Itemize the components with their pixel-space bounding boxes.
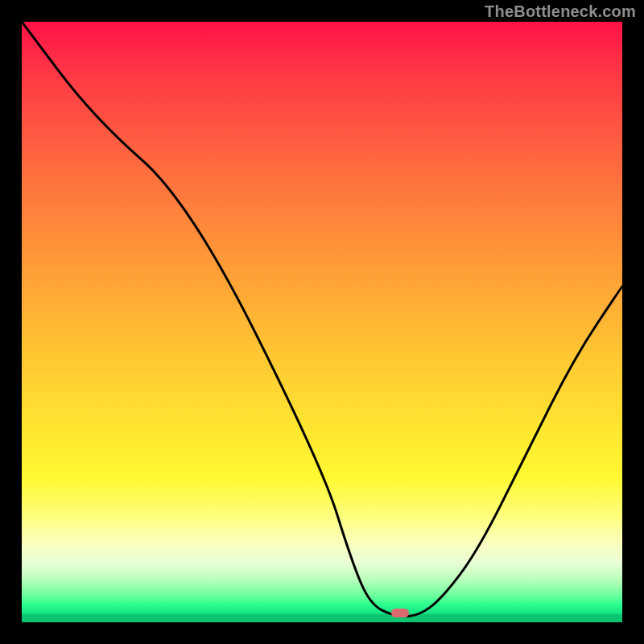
optimum-marker [391, 609, 409, 617]
bottleneck-curve [22, 22, 622, 622]
plot-area [22, 22, 622, 622]
watermark-text: TheBottleneck.com [485, 2, 636, 21]
chart-frame: TheBottleneck.com [0, 0, 644, 644]
